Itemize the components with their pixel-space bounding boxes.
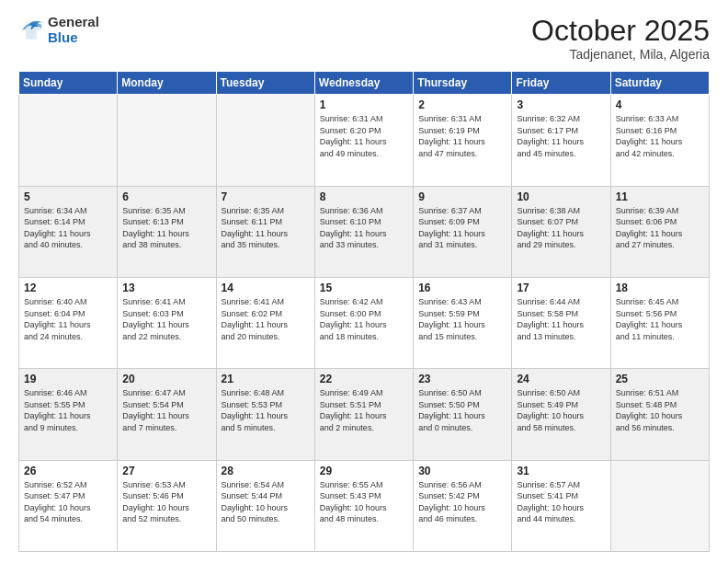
day-number: 21	[222, 373, 310, 385]
table-row: 6Sunrise: 6:35 AM Sunset: 6:13 PM Daylig…	[118, 186, 216, 277]
day-info: Sunrise: 6:43 AM Sunset: 5:59 PM Dayligh…	[418, 296, 506, 342]
table-row	[216, 95, 314, 186]
table-row: 13Sunrise: 6:41 AM Sunset: 6:03 PM Dayli…	[118, 277, 216, 368]
table-row: 23Sunrise: 6:50 AM Sunset: 5:50 PM Dayli…	[414, 369, 512, 460]
table-row: 4Sunrise: 6:33 AM Sunset: 6:16 PM Daylig…	[610, 95, 709, 186]
day-number: 29	[320, 465, 408, 477]
day-number: 22	[320, 373, 408, 385]
table-row: 11Sunrise: 6:39 AM Sunset: 6:06 PM Dayli…	[610, 186, 709, 277]
location-subtitle: Tadjenanet, Mila, Algeria	[531, 47, 710, 62]
table-row: 7Sunrise: 6:35 AM Sunset: 6:11 PM Daylig…	[216, 186, 314, 277]
day-info: Sunrise: 6:56 AM Sunset: 5:42 PM Dayligh…	[418, 479, 506, 525]
header-saturday: Saturday	[610, 72, 709, 95]
day-number: 17	[517, 282, 605, 294]
logo-blue-text: Blue	[48, 30, 99, 46]
table-row: 12Sunrise: 6:40 AM Sunset: 6:04 PM Dayli…	[19, 277, 118, 368]
table-row	[118, 95, 216, 186]
day-number: 26	[24, 465, 112, 477]
day-info: Sunrise: 6:44 AM Sunset: 5:58 PM Dayligh…	[517, 296, 605, 342]
day-number: 3	[517, 98, 605, 111]
day-info: Sunrise: 6:49 AM Sunset: 5:51 PM Dayligh…	[320, 387, 408, 433]
day-info: Sunrise: 6:35 AM Sunset: 6:13 PM Dayligh…	[122, 205, 210, 251]
day-number: 6	[122, 190, 210, 203]
logo-icon	[18, 17, 44, 43]
day-number: 11	[616, 190, 704, 203]
day-info: Sunrise: 6:48 AM Sunset: 5:53 PM Dayligh…	[222, 387, 310, 433]
day-number: 19	[24, 373, 112, 385]
day-number: 31	[517, 465, 605, 477]
table-row: 22Sunrise: 6:49 AM Sunset: 5:51 PM Dayli…	[314, 369, 413, 460]
header: General Blue October 2025 Tadjenanet, Mi…	[18, 15, 710, 62]
day-number: 15	[320, 282, 408, 294]
table-row: 2Sunrise: 6:31 AM Sunset: 6:19 PM Daylig…	[414, 95, 512, 186]
table-row: 9Sunrise: 6:37 AM Sunset: 6:09 PM Daylig…	[414, 186, 512, 277]
day-info: Sunrise: 6:46 AM Sunset: 5:55 PM Dayligh…	[24, 387, 112, 433]
day-number: 1	[320, 98, 408, 111]
day-info: Sunrise: 6:36 AM Sunset: 6:10 PM Dayligh…	[320, 205, 408, 251]
calendar-week-row: 26Sunrise: 6:52 AM Sunset: 5:47 PM Dayli…	[19, 460, 710, 551]
table-row: 10Sunrise: 6:38 AM Sunset: 6:07 PM Dayli…	[512, 186, 610, 277]
table-row: 3Sunrise: 6:32 AM Sunset: 6:17 PM Daylig…	[512, 95, 610, 186]
day-number: 20	[122, 373, 210, 385]
header-wednesday: Wednesday	[314, 72, 413, 95]
header-sunday: Sunday	[19, 72, 118, 95]
day-number: 10	[517, 190, 605, 203]
table-row: 19Sunrise: 6:46 AM Sunset: 5:55 PM Dayli…	[19, 369, 118, 460]
table-row: 1Sunrise: 6:31 AM Sunset: 6:20 PM Daylig…	[314, 95, 413, 186]
day-number: 25	[616, 373, 704, 385]
day-number: 23	[418, 373, 506, 385]
day-number: 7	[222, 190, 310, 203]
day-info: Sunrise: 6:52 AM Sunset: 5:47 PM Dayligh…	[24, 479, 112, 525]
table-row: 15Sunrise: 6:42 AM Sunset: 6:00 PM Dayli…	[314, 277, 413, 368]
page: General Blue October 2025 Tadjenanet, Mi…	[0, 0, 728, 563]
day-info: Sunrise: 6:33 AM Sunset: 6:16 PM Dayligh…	[616, 113, 704, 159]
table-row: 30Sunrise: 6:56 AM Sunset: 5:42 PM Dayli…	[414, 460, 512, 551]
header-friday: Friday	[512, 72, 610, 95]
day-number: 8	[320, 190, 408, 203]
table-row: 31Sunrise: 6:57 AM Sunset: 5:41 PM Dayli…	[512, 460, 610, 551]
day-info: Sunrise: 6:41 AM Sunset: 6:03 PM Dayligh…	[122, 296, 210, 342]
day-info: Sunrise: 6:53 AM Sunset: 5:46 PM Dayligh…	[122, 479, 210, 525]
table-row	[19, 95, 118, 186]
logo-general-text: General	[48, 15, 99, 30]
day-number: 13	[122, 282, 210, 294]
day-info: Sunrise: 6:54 AM Sunset: 5:44 PM Dayligh…	[222, 479, 310, 525]
table-row: 21Sunrise: 6:48 AM Sunset: 5:53 PM Dayli…	[216, 369, 314, 460]
table-row: 14Sunrise: 6:41 AM Sunset: 6:02 PM Dayli…	[216, 277, 314, 368]
day-number: 2	[418, 98, 506, 111]
day-info: Sunrise: 6:31 AM Sunset: 6:19 PM Dayligh…	[418, 113, 506, 159]
day-info: Sunrise: 6:50 AM Sunset: 5:49 PM Dayligh…	[517, 387, 605, 433]
header-monday: Monday	[118, 72, 216, 95]
table-row: 5Sunrise: 6:34 AM Sunset: 6:14 PM Daylig…	[19, 186, 118, 277]
day-info: Sunrise: 6:55 AM Sunset: 5:43 PM Dayligh…	[320, 479, 408, 525]
day-info: Sunrise: 6:41 AM Sunset: 6:02 PM Dayligh…	[222, 296, 310, 342]
table-row: 17Sunrise: 6:44 AM Sunset: 5:58 PM Dayli…	[512, 277, 610, 368]
table-row: 25Sunrise: 6:51 AM Sunset: 5:48 PM Dayli…	[610, 369, 709, 460]
logo: General Blue	[18, 15, 99, 45]
header-tuesday: Tuesday	[216, 72, 314, 95]
day-number: 4	[616, 98, 704, 111]
day-info: Sunrise: 6:47 AM Sunset: 5:54 PM Dayligh…	[122, 387, 210, 433]
table-row: 26Sunrise: 6:52 AM Sunset: 5:47 PM Dayli…	[19, 460, 118, 551]
logo-text: General Blue	[48, 15, 99, 45]
month-title: October 2025	[531, 15, 710, 47]
day-number: 12	[24, 282, 112, 294]
table-row: 27Sunrise: 6:53 AM Sunset: 5:46 PM Dayli…	[118, 460, 216, 551]
day-number: 5	[24, 190, 112, 203]
day-number: 30	[418, 465, 506, 477]
day-info: Sunrise: 6:32 AM Sunset: 6:17 PM Dayligh…	[517, 113, 605, 159]
table-row: 24Sunrise: 6:50 AM Sunset: 5:49 PM Dayli…	[512, 369, 610, 460]
day-info: Sunrise: 6:40 AM Sunset: 6:04 PM Dayligh…	[24, 296, 112, 342]
day-number: 9	[418, 190, 506, 203]
calendar-week-row: 1Sunrise: 6:31 AM Sunset: 6:20 PM Daylig…	[19, 95, 710, 186]
day-number: 16	[418, 282, 506, 294]
day-info: Sunrise: 6:57 AM Sunset: 5:41 PM Dayligh…	[517, 479, 605, 525]
day-number: 18	[616, 282, 704, 294]
table-row: 29Sunrise: 6:55 AM Sunset: 5:43 PM Dayli…	[314, 460, 413, 551]
calendar-week-row: 5Sunrise: 6:34 AM Sunset: 6:14 PM Daylig…	[19, 186, 710, 277]
day-number: 27	[122, 465, 210, 477]
day-number: 14	[222, 282, 310, 294]
calendar-week-row: 12Sunrise: 6:40 AM Sunset: 6:04 PM Dayli…	[19, 277, 710, 368]
day-number: 28	[222, 465, 310, 477]
table-row: 20Sunrise: 6:47 AM Sunset: 5:54 PM Dayli…	[118, 369, 216, 460]
